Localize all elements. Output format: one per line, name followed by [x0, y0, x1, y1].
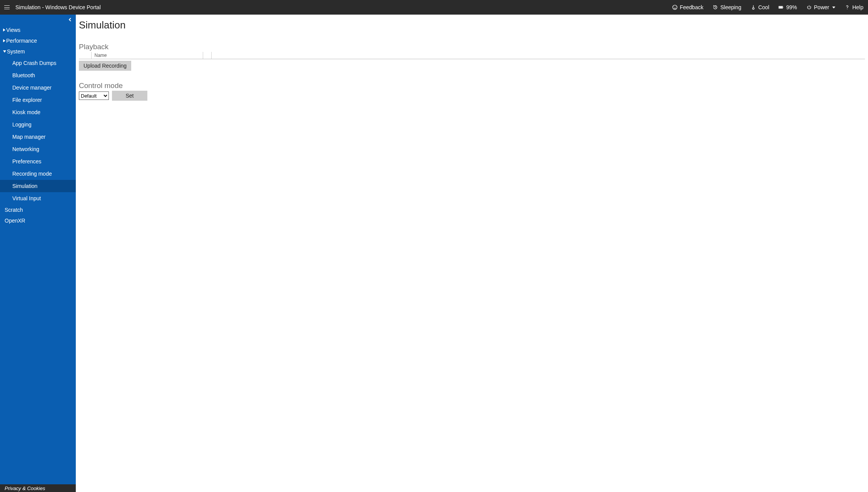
triangle-right-icon: [3, 39, 5, 42]
sidebar-item-virtual-input[interactable]: Virtual Input: [0, 192, 76, 204]
svg-rect-6: [780, 7, 783, 8]
playback-heading: Playback: [79, 43, 865, 51]
sidebar-group-label: System: [7, 48, 25, 55]
power-icon: [806, 5, 812, 10]
battery-icon: [778, 5, 784, 10]
sidebar-item-app-crash-dumps[interactable]: App Crash Dumps: [0, 57, 76, 69]
temp-status[interactable]: Cool: [746, 0, 774, 15]
control-mode-heading: Control mode: [79, 81, 865, 90]
battery-status[interactable]: 99%: [774, 0, 801, 15]
triangle-right-icon: [3, 28, 5, 32]
sidebar-group-label: Performance: [6, 38, 37, 44]
sidebar-item-simulation[interactable]: Simulation: [0, 180, 76, 192]
svg-point-2: [675, 7, 676, 7]
power-label: Power: [814, 4, 830, 10]
playback-col-spacer-1: [203, 52, 211, 59]
playback-col-checkbox[interactable]: [79, 52, 91, 59]
sidebar-item-networking[interactable]: Networking: [0, 143, 76, 155]
svg-rect-5: [783, 7, 783, 8]
feedback-label: Feedback: [680, 4, 703, 10]
svg-point-1: [674, 7, 674, 7]
sidebar-item-bluetooth[interactable]: Bluetooth: [0, 69, 76, 81]
sleep-status[interactable]: Sleeping: [708, 0, 746, 15]
sleep-label: Sleeping: [720, 4, 741, 10]
sidebar-group-views[interactable]: Views: [0, 25, 76, 35]
app-header: Simulation - Windows Device Portal Feedb…: [0, 0, 868, 15]
page-title: Simulation: [79, 19, 865, 31]
privacy-label: Privacy & Cookies: [5, 485, 45, 491]
help-label: Help: [852, 4, 863, 10]
main-content: Simulation Playback Name Upload Recordin…: [76, 15, 868, 492]
hamburger-icon: [4, 5, 10, 9]
question-icon: [845, 5, 850, 10]
upload-recording-button[interactable]: Upload Recording: [79, 61, 131, 71]
sidebar-item-scratch[interactable]: Scratch: [0, 204, 76, 215]
sidebar-item-kiosk-mode[interactable]: Kiosk mode: [0, 106, 76, 118]
thermometer-icon: [751, 5, 756, 10]
sidebar-group-performance[interactable]: Performance: [0, 35, 76, 46]
control-mode-section: Control mode Default Set: [79, 81, 865, 101]
sidebar-item-recording-mode[interactable]: Recording mode: [0, 168, 76, 180]
control-mode-select[interactable]: Default: [79, 91, 109, 100]
chevron-left-icon: [68, 18, 72, 22]
playback-section: Playback Name Upload Recording: [79, 43, 865, 71]
sidebar-item-map-manager[interactable]: Map manager: [0, 131, 76, 143]
playback-table: Name: [79, 52, 865, 59]
sidebar-item-device-manager[interactable]: Device manager: [0, 81, 76, 94]
sidebar: ViewsPerformanceSystemApp Crash DumpsBlu…: [0, 15, 76, 492]
sidebar-item-preferences[interactable]: Preferences: [0, 155, 76, 168]
sidebar-item-openxr[interactable]: OpenXR: [0, 215, 76, 226]
playback-col-name[interactable]: Name: [91, 52, 203, 59]
svg-point-7: [847, 9, 848, 9]
help-button[interactable]: Help: [840, 0, 868, 15]
feedback-button[interactable]: Feedback: [668, 0, 708, 15]
window-title: Simulation - Windows Device Portal: [14, 4, 101, 10]
power-menu-button[interactable]: Power: [802, 0, 840, 15]
sidebar-group-system[interactable]: System: [0, 46, 76, 57]
sidebar-item-file-explorer[interactable]: File explorer: [0, 94, 76, 106]
sidebar-collapse-button[interactable]: [0, 15, 76, 25]
privacy-cookies-link[interactable]: Privacy & Cookies: [0, 484, 76, 492]
temp-label: Cool: [758, 4, 770, 10]
battery-label: 99%: [786, 4, 797, 10]
history-icon: [713, 5, 718, 10]
caret-down-icon: [832, 7, 835, 8]
control-mode-set-button[interactable]: Set: [112, 91, 147, 101]
svg-point-3: [753, 8, 754, 9]
triangle-down-icon: [3, 50, 6, 53]
sidebar-item-logging[interactable]: Logging: [0, 118, 76, 131]
svg-point-0: [673, 5, 677, 9]
smiley-icon: [672, 5, 678, 10]
hamburger-menu-button[interactable]: [0, 0, 14, 15]
playback-col-spacer-2: [211, 52, 865, 59]
sidebar-group-label: Views: [6, 27, 20, 33]
